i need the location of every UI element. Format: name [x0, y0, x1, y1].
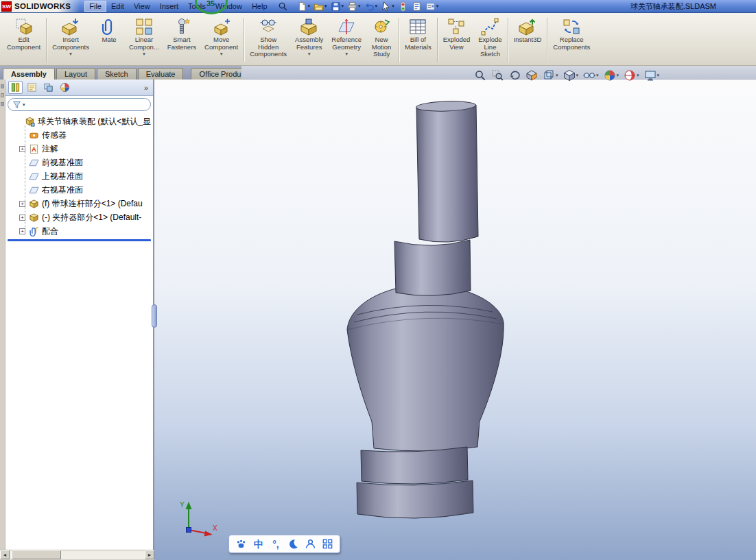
dropdown-arrow-icon[interactable]: ▼: [307, 51, 311, 56]
mate-icon: [100, 18, 118, 36]
smart-fasteners-button[interactable]: SmartFasteners: [163, 15, 200, 65]
scroll-right-button[interactable]: ►: [145, 550, 154, 559]
apply-scene-button[interactable]: ▾: [623, 69, 640, 82]
previous-view-button[interactable]: [508, 69, 521, 82]
mate-button[interactable]: Mate: [93, 15, 125, 65]
ime-punctuation[interactable]: °,: [268, 537, 283, 552]
assembly-features-button[interactable]: AssemblyFeatures▼: [291, 15, 327, 65]
zoom-area-button[interactable]: [491, 69, 504, 82]
dropdown-arrow-icon[interactable]: ▼: [344, 51, 349, 56]
tree-item[interactable]: 上视基准面: [5, 169, 153, 183]
feature-filter-input[interactable]: ▾: [8, 98, 151, 111]
docked-toolbar-icon[interactable]: [1, 93, 4, 97]
show-hidden-components-button[interactable]: ShowHiddenComponents: [246, 15, 291, 65]
section-view-button[interactable]: [525, 69, 539, 82]
instant3d-icon: [519, 18, 536, 36]
ime-logo[interactable]: [234, 537, 249, 552]
zoom-fit-button[interactable]: [473, 69, 487, 82]
tree-item-label: (-) 夹持器部分<1> (Default-: [42, 212, 141, 223]
expand-toggle[interactable]: +: [19, 215, 25, 221]
tree-item[interactable]: 前视基准面: [5, 156, 153, 169]
panel-overflow-chevron[interactable]: »: [142, 84, 150, 92]
undo-button[interactable]: ▾: [364, 1, 379, 12]
menu-insert[interactable]: Insert: [155, 1, 184, 12]
scrollbar-thumb[interactable]: [12, 550, 61, 559]
dropdown-arrow-icon[interactable]: ▾: [596, 73, 599, 78]
hide-show-items-button[interactable]: ▾: [582, 69, 600, 82]
menu-window[interactable]: Window: [211, 1, 247, 12]
view-orientation-button[interactable]: ▾: [542, 69, 559, 82]
tree-item[interactable]: 球关节轴承装配 (默认<默认_显: [5, 114, 153, 128]
model-ball-joint-bearing-assembly[interactable]: [345, 100, 510, 526]
docked-toolbar-icon[interactable]: [1, 102, 4, 106]
docked-toolbar-icon[interactable]: [1, 84, 4, 88]
menu-file[interactable]: File: [84, 1, 106, 12]
menu-tools[interactable]: Tools: [183, 1, 211, 12]
dropdown-arrow-icon[interactable]: ▾: [657, 73, 660, 78]
ime-shape[interactable]: [285, 537, 300, 552]
menu-edit[interactable]: Edit: [106, 1, 129, 12]
reference-geometry-button[interactable]: ReferenceGeometry▼: [327, 15, 366, 65]
scrollbar-track[interactable]: [10, 550, 145, 559]
expand-toggle[interactable]: +: [19, 146, 25, 152]
print-document-button[interactable]: ▾: [346, 1, 362, 12]
view-settings-button[interactable]: ▾: [643, 69, 661, 82]
move-component-button[interactable]: MoveComponent▼: [200, 15, 242, 65]
instant3d-button[interactable]: Instant3D: [510, 15, 546, 65]
explode-line-sketch-button[interactable]: ExplodeLineSketch: [474, 15, 506, 65]
scroll-left-button[interactable]: ◄: [0, 550, 10, 559]
rebuild-button[interactable]: [397, 1, 409, 12]
tab-assembly[interactable]: Assembly: [3, 68, 55, 80]
dropdown-arrow-icon[interactable]: ▼: [69, 51, 73, 56]
tree-item[interactable]: +(-) 夹持器部分<1> (Default-: [5, 210, 153, 224]
linear-component-pattern-button[interactable]: LinearCompon...▼: [125, 15, 163, 65]
panel-splitter-handle[interactable]: [152, 304, 157, 328]
expand-toggle[interactable]: +: [19, 201, 25, 207]
propertymanager-tab[interactable]: [25, 81, 39, 94]
tab-evaluate[interactable]: Evaluate: [138, 68, 184, 80]
search-icon[interactable]: [278, 1, 288, 12]
dropdown-arrow-icon[interactable]: ▼: [219, 51, 223, 56]
insert-components-button[interactable]: InsertComponents▼: [48, 15, 93, 65]
expand-toggle[interactable]: +: [19, 228, 25, 234]
button-label: Component: [7, 44, 40, 51]
dropdown-arrow-icon[interactable]: ▾: [556, 73, 558, 78]
displaymanager-tab[interactable]: [58, 81, 72, 94]
tab-layout[interactable]: Layout: [56, 68, 95, 80]
open-document-button[interactable]: ▾: [313, 1, 328, 12]
bill-of-materials-button[interactable]: Bill ofMaterials: [401, 15, 436, 65]
dropdown-arrow-icon[interactable]: ▾: [637, 73, 639, 78]
menu-view[interactable]: View: [129, 1, 155, 12]
tree-item[interactable]: +A注解: [5, 142, 153, 156]
tree-item[interactable]: +配合: [5, 224, 153, 238]
tree-item[interactable]: 传感器: [5, 128, 153, 142]
display-style-button[interactable]: ▾: [563, 69, 580, 82]
horizontal-scrollbar[interactable]: ◄ ►: [0, 550, 154, 559]
edit-component-button[interactable]: EditComponent: [3, 15, 45, 65]
replace-components-button[interactable]: ReplaceComponents: [549, 15, 594, 65]
dropdown-arrow-icon[interactable]: ▼: [142, 51, 146, 56]
dropdown-arrow-icon[interactable]: ▾: [617, 73, 619, 78]
featuremanager-tab[interactable]: [8, 81, 23, 94]
new-motion-study-button[interactable]: NewMotionStudy: [366, 15, 397, 65]
undo-icon: [364, 1, 375, 12]
ime-mode[interactable]: 中: [251, 537, 266, 552]
dropdown-arrow-icon[interactable]: ▾: [576, 73, 579, 78]
save-document-button[interactable]: ▾: [330, 1, 345, 12]
ime-user[interactable]: [303, 537, 318, 552]
select-button[interactable]: ▾: [380, 1, 395, 12]
ime-softkeyboard[interactable]: [320, 537, 335, 552]
file-properties-button[interactable]: [411, 1, 423, 12]
configurationmanager-tab[interactable]: [41, 81, 56, 94]
tree-item[interactable]: 右视基准面: [5, 183, 153, 197]
exploded-view-button[interactable]: ExplodedView: [439, 15, 475, 65]
panel-header-tabs: [8, 81, 72, 94]
tab-sketch[interactable]: Sketch: [97, 68, 137, 80]
chevron-down-icon[interactable]: ▾: [23, 102, 25, 108]
graphics-viewport[interactable]: Y X: [154, 80, 756, 560]
edit-appearance-button[interactable]: ▾: [603, 69, 620, 82]
new-document-button[interactable]: ▾: [296, 1, 311, 12]
menu-help[interactable]: Help: [247, 1, 272, 12]
tree-item[interactable]: +(f) 带球连杆部分<1> (Defau: [5, 197, 153, 210]
options-button[interactable]: ▾: [425, 1, 440, 12]
